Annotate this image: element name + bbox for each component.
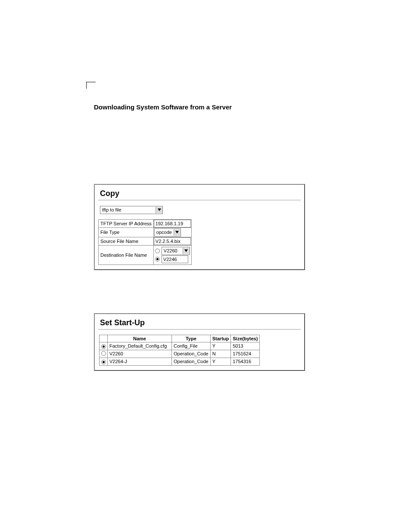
copy-panel: Copy tftp to file TFTP Server IP Address…	[94, 184, 305, 270]
cell-size: 1751624	[231, 350, 260, 358]
dest-radio-existing[interactable]	[155, 249, 160, 253]
dropdown-arrow-icon	[174, 229, 181, 236]
cell-name: V2260	[108, 350, 172, 358]
source-file-input[interactable]	[154, 237, 191, 245]
table-row: V2264-J Operation_Code Y 1754316	[100, 358, 260, 365]
th-name: Name	[108, 335, 172, 342]
dest-file-row: Destination File Name V2260	[99, 245, 192, 264]
startup-row-radio[interactable]	[101, 360, 106, 364]
th-size: Size(bytes)	[231, 335, 260, 342]
dest-radio-new[interactable]	[155, 257, 160, 261]
cell-startup: N	[210, 350, 231, 358]
cell-size: 1754316	[231, 358, 260, 365]
cell-type: Operation_Code	[172, 358, 211, 365]
cell-type: Operation_Code	[172, 350, 211, 358]
copy-panel-title: Copy	[100, 189, 301, 198]
copy-mode-select[interactable]: tftp to file	[100, 206, 163, 214]
divider	[98, 329, 301, 330]
startup-panel: Set Start-Up Name Type Startup Size(byte…	[94, 313, 305, 371]
copy-form-table: TFTP Server IP Address File Type opcode	[98, 219, 192, 265]
cell-startup: Y	[210, 358, 231, 365]
dest-file-label: Destination File Name	[99, 245, 154, 264]
th-radio	[100, 335, 108, 342]
table-row: Factory_Default_Config.cfg Config_File Y…	[100, 342, 260, 350]
startup-row-radio[interactable]	[101, 351, 106, 356]
tftp-ip-row: TFTP Server IP Address	[99, 219, 192, 227]
page-heading: Downloading System Software from a Serve…	[94, 103, 385, 111]
dest-file-input[interactable]	[162, 255, 188, 263]
dest-file-select[interactable]: V2260	[162, 247, 190, 255]
cell-name: V2264-J	[108, 358, 172, 365]
file-type-value: opcode	[155, 229, 174, 235]
table-row: V2260 Operation_Code N 1751624	[100, 350, 260, 358]
cell-startup: Y	[210, 342, 231, 350]
file-type-label: File Type	[99, 227, 154, 237]
startup-row-radio[interactable]	[101, 344, 106, 349]
source-file-label: Source File Name	[99, 237, 154, 245]
cell-size: 5013	[231, 342, 260, 350]
copy-mode-select-value: tftp to file	[100, 207, 156, 213]
tftp-ip-label: TFTP Server IP Address	[99, 219, 154, 227]
file-type-row: File Type opcode	[99, 227, 192, 237]
th-type: Type	[172, 335, 211, 342]
dest-file-select-value: V2260	[162, 248, 183, 254]
startup-panel-title: Set Start-Up	[100, 318, 301, 327]
startup-header-row: Name Type Startup Size(bytes)	[100, 335, 260, 342]
file-type-select[interactable]: opcode	[154, 228, 181, 236]
th-startup: Startup	[210, 335, 231, 342]
tftp-ip-input[interactable]	[154, 220, 191, 227]
cell-name: Factory_Default_Config.cfg	[108, 342, 172, 350]
dropdown-arrow-icon	[156, 207, 162, 213]
crop-mark	[86, 82, 97, 90]
cell-type: Config_File	[172, 342, 211, 350]
divider	[98, 200, 301, 200]
startup-table: Name Type Startup Size(bytes) Factory_De…	[99, 335, 260, 366]
source-file-row: Source File Name	[99, 237, 192, 245]
dropdown-arrow-icon	[183, 248, 190, 254]
